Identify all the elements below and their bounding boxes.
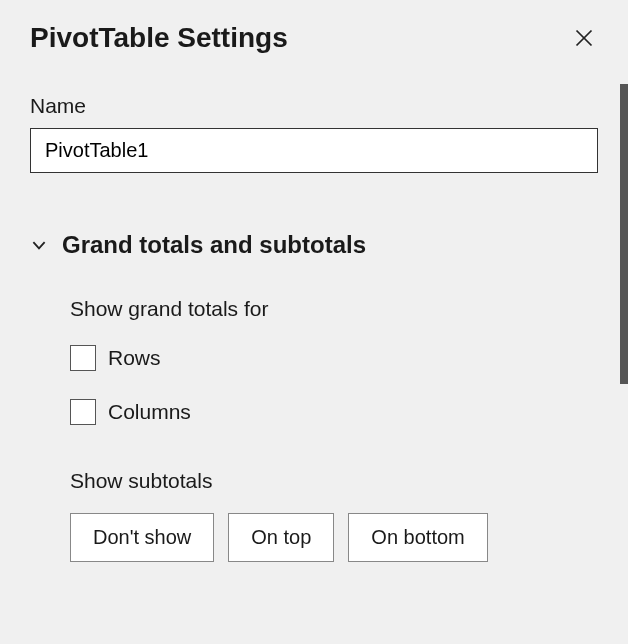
subtotals-on-bottom-button[interactable]: On bottom xyxy=(348,513,487,562)
columns-checkbox[interactable] xyxy=(70,399,96,425)
columns-checkbox-row: Columns xyxy=(70,399,598,425)
section-body: Show grand totals for Rows Columns Show … xyxy=(30,297,598,562)
subtotals-button-row: Don't show On top On bottom xyxy=(70,513,598,562)
rows-checkbox-row: Rows xyxy=(70,345,598,371)
chevron-down-icon xyxy=(30,236,48,254)
subtotals-dont-show-button[interactable]: Don't show xyxy=(70,513,214,562)
section-title: Grand totals and subtotals xyxy=(62,231,366,259)
name-input[interactable] xyxy=(30,128,598,173)
grand-totals-heading: Show grand totals for xyxy=(70,297,598,321)
grand-totals-section: Grand totals and subtotals Show grand to… xyxy=(30,231,598,562)
subtotals-on-top-button[interactable]: On top xyxy=(228,513,334,562)
columns-checkbox-label: Columns xyxy=(108,400,191,424)
close-icon xyxy=(574,28,594,48)
section-toggle[interactable]: Grand totals and subtotals xyxy=(30,231,598,259)
rows-checkbox[interactable] xyxy=(70,345,96,371)
rows-checkbox-label: Rows xyxy=(108,346,161,370)
scrollbar[interactable] xyxy=(620,84,628,384)
pivottable-settings-panel: PivotTable Settings Name Grand totals an… xyxy=(0,0,628,644)
panel-header: PivotTable Settings xyxy=(30,22,598,54)
name-label: Name xyxy=(30,94,598,118)
subtotals-heading: Show subtotals xyxy=(70,469,598,493)
panel-title: PivotTable Settings xyxy=(30,22,288,54)
close-button[interactable] xyxy=(570,24,598,52)
